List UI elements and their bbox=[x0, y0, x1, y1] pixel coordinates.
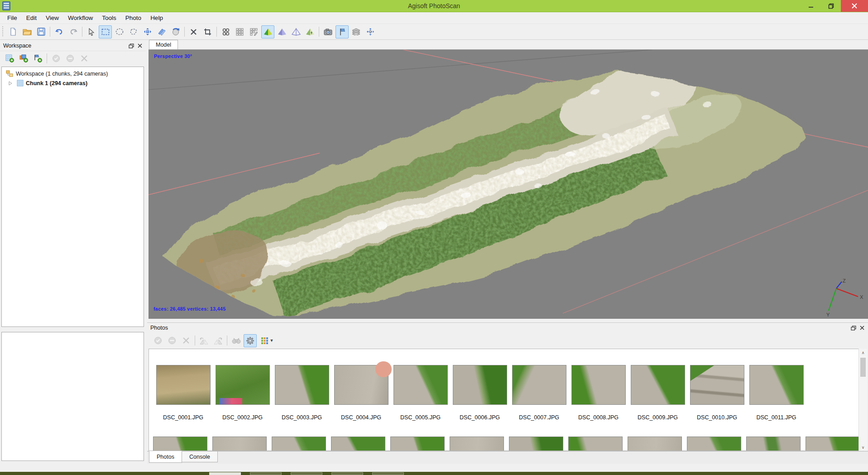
delete-selection-icon[interactable] bbox=[187, 25, 200, 38]
photo-cell[interactable]: DSC_0002.JPG bbox=[213, 365, 272, 421]
photo-cell[interactable]: DSC_0006.JPG bbox=[450, 365, 509, 421]
disable-icon[interactable] bbox=[63, 52, 77, 65]
photo-thumbnail[interactable] bbox=[450, 437, 504, 451]
add-chunk-icon[interactable] bbox=[3, 52, 16, 65]
tree-item-chunk[interactable]: Chunk 1 (294 cameras) bbox=[2, 78, 144, 88]
show-markers-icon[interactable] bbox=[336, 25, 349, 38]
taskbar-button[interactable] bbox=[372, 472, 404, 475]
photo-cell[interactable]: DSC_0010.JPG bbox=[687, 365, 747, 421]
tab-model[interactable]: Model bbox=[149, 40, 178, 49]
scrollbar-thumb[interactable] bbox=[860, 358, 866, 377]
enable-icon[interactable] bbox=[49, 52, 62, 65]
scroll-up-icon[interactable]: ∧ bbox=[859, 349, 867, 356]
photo-thumbnail[interactable] bbox=[687, 437, 741, 451]
navigation-arrow-icon[interactable] bbox=[85, 25, 98, 38]
photos-close-button[interactable] bbox=[860, 326, 864, 330]
photo-cell[interactable]: DSC_0008.JPG bbox=[569, 365, 628, 421]
photo-cell[interactable]: DSC_0011.JPG bbox=[747, 365, 806, 421]
photo-thumbnail[interactable] bbox=[572, 365, 625, 404]
scroll-down-icon[interactable]: ∨ bbox=[859, 443, 867, 451]
photo-thumbnail[interactable] bbox=[453, 365, 507, 404]
add-photos-icon[interactable] bbox=[17, 52, 30, 65]
dense-cloud-icon[interactable] bbox=[233, 25, 246, 38]
menu-view[interactable]: View bbox=[41, 13, 63, 23]
taskbar[interactable] bbox=[0, 472, 868, 475]
thumbnails-view-icon[interactable]: ▼ bbox=[258, 334, 277, 347]
rotate-region-icon[interactable] bbox=[169, 25, 182, 38]
add-marker-icon[interactable] bbox=[31, 52, 44, 65]
crop-selection-icon[interactable] bbox=[201, 25, 214, 38]
photo-thumbnail[interactable] bbox=[628, 437, 681, 451]
panel-splitter[interactable] bbox=[146, 40, 147, 464]
rotate-right-icon[interactable] bbox=[211, 334, 225, 347]
menu-edit[interactable]: Edit bbox=[22, 13, 41, 23]
tab-console[interactable]: Console bbox=[182, 451, 218, 462]
photo-cell[interactable]: DSC_0004.JPG bbox=[331, 365, 391, 421]
rotate-left-icon[interactable] bbox=[197, 334, 211, 347]
menu-tools[interactable]: Tools bbox=[97, 13, 121, 23]
close-button[interactable] bbox=[841, 0, 868, 12]
photo-thumbnail[interactable] bbox=[513, 365, 566, 404]
tree-item-workspace[interactable]: Workspace (1 chunks, 294 cameras) bbox=[2, 69, 144, 78]
save-icon[interactable] bbox=[34, 25, 48, 38]
menu-workflow[interactable]: Workflow bbox=[63, 13, 97, 23]
photo-thumbnail[interactable] bbox=[391, 437, 444, 451]
resize-region-icon[interactable] bbox=[155, 25, 168, 38]
photo-thumbnail[interactable] bbox=[747, 437, 800, 451]
photo-thumbnail[interactable] bbox=[153, 437, 207, 451]
wireframe-view-icon[interactable] bbox=[289, 25, 302, 38]
photo-cell[interactable]: DSC_0005.JPG bbox=[391, 365, 450, 421]
photo-thumbnail[interactable] bbox=[272, 437, 326, 451]
menu-file[interactable]: File bbox=[3, 13, 22, 23]
taskbar-button[interactable] bbox=[209, 472, 241, 475]
photo-thumbnail[interactable] bbox=[750, 365, 803, 404]
remove-icon[interactable] bbox=[77, 52, 91, 65]
photo-thumbnail[interactable] bbox=[331, 437, 385, 451]
redo-icon[interactable] bbox=[67, 25, 80, 38]
move-region-icon[interactable] bbox=[141, 25, 154, 38]
remove-cameras-icon[interactable] bbox=[179, 334, 192, 347]
photo-thumbnail[interactable] bbox=[509, 437, 563, 451]
show-cameras-icon[interactable] bbox=[321, 25, 335, 38]
workspace-close-button[interactable] bbox=[138, 43, 142, 48]
expand-arrow-icon[interactable] bbox=[9, 81, 12, 86]
photo-cell[interactable]: DSC_0003.JPG bbox=[272, 365, 331, 421]
photo-cell[interactable]: DSC_0007.JPG bbox=[509, 365, 569, 421]
tab-photos[interactable]: Photos bbox=[149, 451, 182, 463]
shaded-view-icon[interactable] bbox=[261, 25, 274, 38]
photo-thumbnail[interactable] bbox=[335, 365, 388, 404]
taskbar-button[interactable] bbox=[250, 472, 282, 475]
settings-icon[interactable] bbox=[244, 334, 257, 347]
freeform-selection-icon[interactable] bbox=[127, 25, 140, 38]
photo-thumbnail[interactable] bbox=[275, 365, 329, 404]
toolbar-grip[interactable] bbox=[2, 26, 5, 37]
photos-scrollbar[interactable]: ∧ ∨ bbox=[858, 349, 867, 451]
photo-cell[interactable]: DSC_0009.JPG bbox=[628, 365, 687, 421]
sparse-cloud-icon[interactable] bbox=[219, 25, 232, 38]
cloud-classes-icon[interactable] bbox=[247, 25, 260, 38]
workspace-float-button[interactable] bbox=[129, 43, 134, 48]
photo-thumbnail[interactable] bbox=[394, 365, 447, 404]
solid-view-icon[interactable] bbox=[275, 25, 288, 38]
photo-thumbnail[interactable] bbox=[157, 365, 210, 404]
new-document-icon[interactable] bbox=[6, 25, 19, 38]
menu-help[interactable]: Help bbox=[146, 13, 168, 23]
disable-cameras-icon[interactable] bbox=[165, 334, 178, 347]
enable-cameras-icon[interactable] bbox=[151, 334, 164, 347]
taskbar-button[interactable] bbox=[331, 472, 363, 475]
undo-icon[interactable] bbox=[53, 25, 66, 38]
photo-thumbnail[interactable] bbox=[216, 365, 269, 404]
minimize-button[interactable] bbox=[801, 0, 821, 12]
photo-thumbnail[interactable] bbox=[213, 437, 266, 451]
photo-cell[interactable]: DSC_0001.JPG bbox=[153, 365, 213, 421]
open-icon[interactable] bbox=[20, 25, 34, 38]
restore-button[interactable] bbox=[821, 0, 841, 12]
photo-thumbnail[interactable] bbox=[691, 365, 744, 404]
rectangle-selection-icon[interactable] bbox=[99, 25, 112, 38]
circle-selection-icon[interactable] bbox=[113, 25, 126, 38]
photo-thumbnail[interactable] bbox=[631, 365, 685, 404]
move-object-icon[interactable] bbox=[364, 25, 377, 38]
photo-thumbnail[interactable] bbox=[569, 437, 622, 451]
taskbar-button[interactable] bbox=[291, 472, 322, 475]
textured-view-icon[interactable] bbox=[303, 25, 317, 38]
